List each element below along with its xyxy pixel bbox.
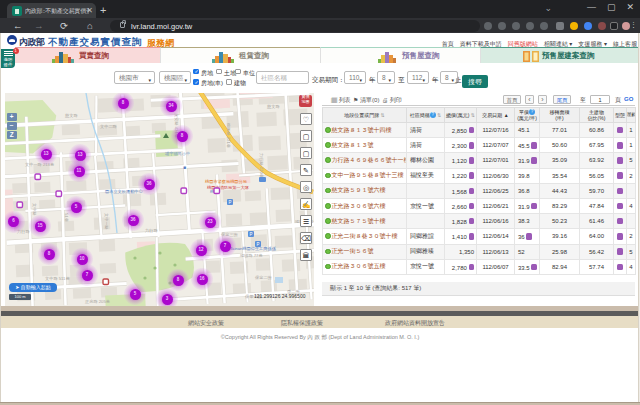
- svg-text:文中路: 文中路: [32, 203, 37, 216]
- svg-text:桃園市警察局桃園分局: 桃園市警察局桃園分局: [205, 179, 247, 184]
- svg-text:復興路 221巷: 復興路 221巷: [226, 123, 231, 148]
- svg-text:經國路 77巷: 經國路 77巷: [239, 253, 263, 258]
- svg-text:慈文路: 慈文路: [266, 104, 280, 109]
- svg-text:慈文路: 慈文路: [64, 113, 78, 118]
- svg-text:P: P: [250, 232, 253, 237]
- svg-text:P: P: [229, 200, 232, 205]
- svg-text:文中二路: 文中二路: [100, 124, 117, 129]
- svg-text:文中一路: 文中一路: [104, 213, 109, 230]
- svg-text:■: ■: [183, 164, 186, 170]
- svg-text:文中路 511巷: 文中路 511巷: [45, 276, 70, 281]
- svg-text:正光路 205巷: 正光路 205巷: [85, 299, 110, 304]
